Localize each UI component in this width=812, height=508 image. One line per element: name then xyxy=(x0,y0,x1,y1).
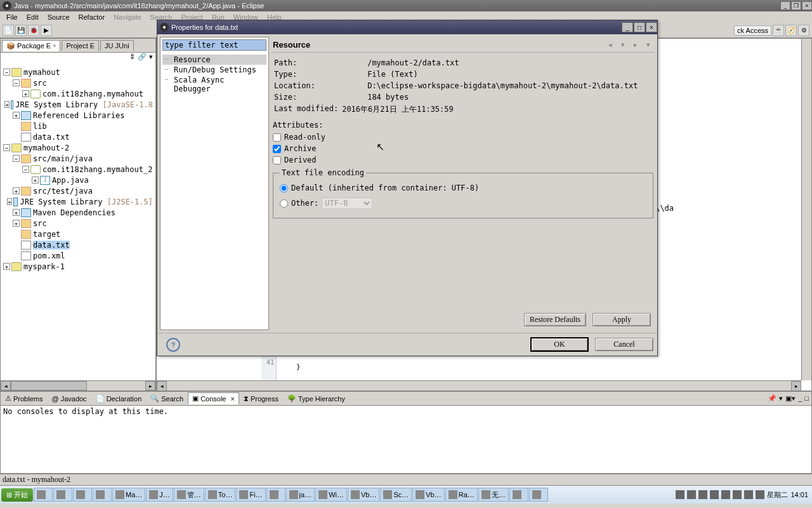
apply-button[interactable]: Apply xyxy=(593,313,651,326)
encoding-select[interactable]: UTF-8 xyxy=(322,197,372,209)
encoding-other-radio[interactable] xyxy=(280,199,288,208)
expand-toggle[interactable]: + xyxy=(32,177,39,184)
link-editor-icon[interactable]: 🔗 xyxy=(138,53,147,64)
derived-checkbox[interactable] xyxy=(273,156,281,164)
taskbar-item[interactable]: Sc… xyxy=(380,488,412,502)
save-button[interactable]: 💾 xyxy=(15,25,27,36)
expand-toggle[interactable]: + xyxy=(3,263,10,270)
perspective-debug[interactable]: 🧭 xyxy=(785,25,797,36)
back-menu-icon[interactable]: ▾ xyxy=(618,39,628,50)
taskbar-item[interactable]: J… xyxy=(146,488,173,502)
expand-toggle[interactable]: + xyxy=(22,90,29,97)
help-icon[interactable]: ? xyxy=(166,338,180,352)
tab-junit[interactable]: JU JUni xyxy=(100,40,134,51)
tab-problems[interactable]: ⚠Problems xyxy=(1,392,47,404)
tray-icon[interactable] xyxy=(756,490,764,499)
expand-toggle[interactable]: + xyxy=(7,198,11,205)
restore-defaults-button[interactable]: Restore Defaults xyxy=(524,313,586,326)
tray-icon[interactable] xyxy=(710,490,719,499)
scrollbar-vertical[interactable] xyxy=(801,39,811,380)
back-icon[interactable]: ◂ xyxy=(605,39,615,50)
expand-toggle[interactable]: − xyxy=(3,69,10,76)
tree-item-data-txt[interactable]: data.txt xyxy=(33,241,70,250)
perspective-other[interactable]: ⚙ xyxy=(798,25,809,36)
expand-toggle[interactable]: + xyxy=(13,112,20,119)
taskbar-item[interactable]: Fi… xyxy=(236,488,265,502)
taskbar-item[interactable]: Vb… xyxy=(412,488,444,502)
scrollbar-horizontal[interactable]: ◂ ▸ xyxy=(157,380,801,391)
taskbar-item[interactable] xyxy=(53,488,72,502)
expand-toggle[interactable]: + xyxy=(13,220,20,227)
taskbar-item[interactable]: 管… xyxy=(174,488,204,502)
tab-console[interactable]: ▣Console× xyxy=(188,392,239,404)
menu-edit[interactable]: Edit xyxy=(23,12,43,22)
archive-checkbox[interactable] xyxy=(273,145,281,153)
derived-checkbox-row[interactable]: Derived xyxy=(273,154,653,166)
tray-icon[interactable] xyxy=(721,490,730,499)
tray-icon[interactable] xyxy=(744,490,753,499)
open-console-icon[interactable]: ▣▾ xyxy=(785,394,796,403)
readonly-checkbox-row[interactable]: Read-only xyxy=(273,131,653,143)
pin-console-icon[interactable]: 📌 xyxy=(768,394,776,403)
readonly-checkbox[interactable] xyxy=(273,133,281,142)
forward-menu-icon[interactable]: ▾ xyxy=(643,39,653,50)
debug-button[interactable]: 🐞 xyxy=(28,25,39,36)
tray-icon[interactable] xyxy=(687,490,696,499)
tray-icon[interactable] xyxy=(698,490,707,499)
close-button[interactable]: × xyxy=(802,1,812,10)
start-button[interactable]: ⊞开始 xyxy=(1,488,33,502)
expand-toggle[interactable]: + xyxy=(13,209,20,216)
scrollbar-horizontal[interactable]: ◂ ▸ xyxy=(1,380,155,391)
tab-project-explorer[interactable]: Project E xyxy=(62,40,99,51)
taskbar-item[interactable] xyxy=(529,488,548,502)
tab-search[interactable]: 🔍Search xyxy=(146,392,188,404)
taskbar-item[interactable] xyxy=(266,488,285,502)
collapse-all-icon[interactable]: ⇕ xyxy=(129,53,135,64)
scroll-right-icon[interactable]: ▸ xyxy=(145,381,155,391)
view-menu-icon[interactable]: ▾ xyxy=(149,53,153,64)
menu-source[interactable]: Source xyxy=(44,12,74,22)
expand-toggle[interactable]: − xyxy=(13,79,20,86)
dialog-maximize-button[interactable]: □ xyxy=(634,22,645,32)
run-button[interactable]: ▶ xyxy=(41,25,52,36)
taskbar-item[interactable]: To… xyxy=(205,488,236,502)
taskbar-item[interactable]: Ra… xyxy=(445,488,478,502)
new-button[interactable]: 📄 xyxy=(3,25,14,36)
package-tree[interactable]: −mymahout −src +com.it18zhang.mymahout +… xyxy=(1,64,155,380)
scroll-left-icon[interactable]: ◂ xyxy=(157,381,167,391)
taskbar-item[interactable] xyxy=(73,488,92,502)
quick-access[interactable]: ck Access xyxy=(734,25,771,36)
encoding-other-row[interactable]: Other: UTF-8 xyxy=(280,195,646,211)
nav-item-run-debug[interactable]: Run/Debug Settings xyxy=(162,65,266,75)
forward-icon[interactable]: ▸ xyxy=(631,39,641,50)
minimize-button[interactable]: _ xyxy=(780,1,790,10)
scroll-left-icon[interactable]: ◂ xyxy=(1,381,11,391)
taskbar-item[interactable] xyxy=(34,488,53,502)
expand-toggle[interactable]: + xyxy=(13,187,20,194)
minimize-icon[interactable]: _ xyxy=(798,394,802,403)
tab-declaration[interactable]: 📄Declaration xyxy=(91,392,147,404)
restore-button[interactable]: ❐ xyxy=(791,1,801,10)
taskbar-item[interactable]: Ma… xyxy=(112,488,145,502)
nav-item-resource[interactable]: Resource xyxy=(162,55,266,65)
taskbar-item[interactable]: 无… xyxy=(478,488,509,502)
encoding-default-row[interactable]: Default (inherited from container: UTF-8… xyxy=(280,181,646,195)
ok-button[interactable]: OK xyxy=(530,337,589,352)
dialog-minimize-button[interactable]: _ xyxy=(622,22,633,32)
encoding-default-radio[interactable] xyxy=(280,184,288,192)
taskbar-item[interactable]: Vb… xyxy=(348,488,379,502)
menu-navigate[interactable]: Navigate xyxy=(110,12,145,22)
display-console-icon[interactable]: ▾ xyxy=(779,394,783,403)
scroll-right-icon[interactable]: ▸ xyxy=(791,381,801,391)
scroll-thumb[interactable] xyxy=(11,381,87,391)
tray-icon[interactable] xyxy=(733,490,742,499)
tab-javadoc[interactable]: @Javadoc xyxy=(47,393,91,404)
taskbar-item[interactable] xyxy=(93,488,112,502)
expand-toggle[interactable]: + xyxy=(4,101,9,108)
tab-progress[interactable]: ⧗Progress xyxy=(239,392,283,404)
taskbar-item[interactable] xyxy=(509,488,528,502)
menu-file[interactable]: File xyxy=(3,12,22,22)
perspective-java[interactable]: ☕ xyxy=(773,25,784,36)
maximize-icon[interactable]: □ xyxy=(804,394,809,403)
cancel-button[interactable]: Cancel xyxy=(595,338,653,351)
